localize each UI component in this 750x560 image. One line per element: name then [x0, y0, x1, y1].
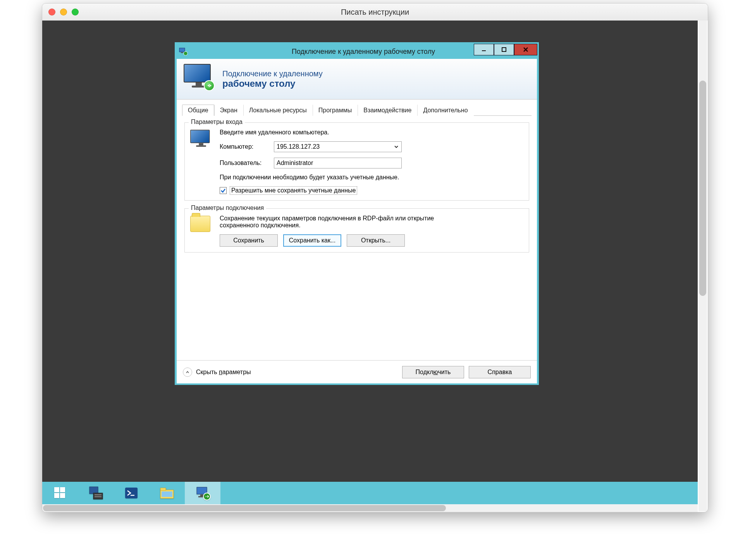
rdp-header-icon: [184, 64, 218, 94]
windows-taskbar[interactable]: [42, 482, 698, 504]
start-button[interactable]: [42, 482, 78, 504]
mac-minimize-button[interactable]: [60, 9, 67, 15]
tabs: Общие Экран Локальные ресурсы Программы …: [182, 104, 532, 116]
login-groupbox: Параметры входа: [184, 122, 529, 201]
window-controls: [474, 44, 537, 55]
connect-button[interactable]: Подключить: [402, 366, 464, 378]
windows-logo-icon: [53, 486, 67, 500]
tab-screen[interactable]: Экран: [214, 105, 243, 116]
tab-experience[interactable]: Взаимодействие: [358, 105, 417, 116]
svg-rect-4: [502, 48, 506, 52]
taskbar-file-explorer[interactable]: [149, 482, 185, 504]
collapse-arrow-icon: [183, 368, 192, 377]
rdp-app-icon: [177, 48, 190, 55]
traffic-lights: [48, 9, 79, 15]
connection-badge-icon: [204, 80, 215, 91]
computer-label: Компьютер:: [220, 143, 274, 150]
login-group-title: Параметры входа: [189, 119, 245, 125]
svg-rect-18: [160, 488, 166, 490]
svg-rect-11: [89, 487, 98, 494]
user-input[interactable]: Administrator: [274, 158, 402, 168]
taskbar-rdp-app[interactable]: [185, 482, 220, 504]
vm-desktop-area[interactable]: Подключение к удаленному рабочему столу: [42, 21, 698, 504]
tab-advanced[interactable]: Дополнительно: [417, 105, 473, 116]
minimize-button[interactable]: [474, 44, 494, 55]
svg-rect-0: [179, 48, 185, 52]
header-line2: рабочему столу: [222, 78, 323, 89]
svg-point-2: [184, 52, 188, 55]
header-line1: Подключение к удаленному: [222, 69, 323, 78]
powershell-icon: [124, 486, 139, 500]
mac-close-button[interactable]: [48, 9, 55, 15]
rdp-header-text: Подключение к удаленному рабочему столу: [222, 69, 323, 89]
file-explorer-icon: [159, 486, 175, 500]
tab-programs[interactable]: Программы: [313, 105, 358, 116]
taskbar-server-manager[interactable]: [78, 482, 114, 504]
svg-rect-9: [54, 493, 59, 498]
tab-content-general: Параметры входа: [182, 115, 532, 256]
maximize-button[interactable]: [494, 44, 514, 55]
hide-params-link[interactable]: Скрыть параметры: [183, 368, 251, 377]
mac-titlebar: Писать инструкции: [42, 3, 708, 21]
conn-desc: Сохранение текущих параметров подключени…: [220, 215, 437, 229]
svg-rect-13: [95, 494, 101, 495]
mac-zoom-button[interactable]: [72, 9, 79, 15]
svg-rect-14: [95, 496, 101, 497]
vertical-scroll-thumb[interactable]: [699, 81, 706, 296]
svg-rect-7: [54, 487, 59, 492]
login-monitor-icon: [190, 129, 213, 195]
close-button[interactable]: [514, 44, 537, 55]
user-label: Пользователь:: [220, 160, 274, 167]
rdp-header: Подключение к удаленному рабочему столу: [177, 59, 537, 100]
login-intro-text: Введите имя удаленного компьютера.: [220, 129, 523, 136]
svg-rect-10: [60, 493, 65, 498]
rdp-body: Подключение к удаленному рабочему столу …: [177, 59, 537, 383]
horizontal-scrollbar[interactable]: [42, 504, 698, 512]
rdp-titlebar[interactable]: Подключение к удаленному рабочему столу: [177, 44, 537, 59]
save-button[interactable]: Сохранить: [220, 234, 278, 247]
credentials-note: При подключении необходимо будет указать…: [220, 174, 402, 181]
taskbar-powershell[interactable]: [114, 482, 149, 504]
svg-rect-8: [60, 487, 65, 492]
rdp-icon: [194, 486, 211, 500]
save-creds-label[interactable]: Разрешить мне сохранять учетные данные: [230, 186, 357, 195]
connection-groupbox: Параметры подключения Сохранение текущих…: [184, 208, 529, 253]
save-creds-checkbox[interactable]: [220, 187, 227, 194]
server-manager-icon: [88, 486, 103, 500]
computer-value: 195.128.127.23: [277, 143, 320, 150]
host-mac-window: Писать инструкции Подключение к удаленно…: [42, 3, 708, 512]
save-as-button[interactable]: Сохранить как...: [283, 234, 341, 247]
tab-area: Общие Экран Локальные ресурсы Программы …: [177, 100, 537, 360]
chevron-down-icon: [394, 144, 399, 149]
folder-icon: [190, 215, 213, 247]
dialog-footer: Скрыть параметры Подключить Справка: [177, 360, 537, 383]
open-button[interactable]: Открыть...: [347, 234, 405, 247]
horizontal-scroll-thumb[interactable]: [43, 505, 446, 511]
computer-combobox[interactable]: 195.128.127.23: [274, 141, 402, 152]
tab-local-resources[interactable]: Локальные ресурсы: [243, 105, 313, 116]
svg-rect-1: [181, 52, 183, 53]
hide-params-label: Скрыть параметры: [196, 369, 251, 376]
svg-rect-19: [162, 491, 172, 497]
user-value: Administrator: [277, 160, 313, 167]
mac-window-title: Писать инструкции: [42, 8, 708, 17]
rdp-dialog-window: Подключение к удаленному рабочему столу: [175, 42, 539, 385]
vertical-scrollbar[interactable]: [698, 21, 707, 511]
help-button[interactable]: Справка: [469, 366, 531, 378]
conn-group-title: Параметры подключения: [189, 204, 266, 211]
check-icon: [220, 188, 226, 193]
svg-rect-21: [200, 495, 203, 496]
tab-general[interactable]: Общие: [182, 105, 214, 116]
